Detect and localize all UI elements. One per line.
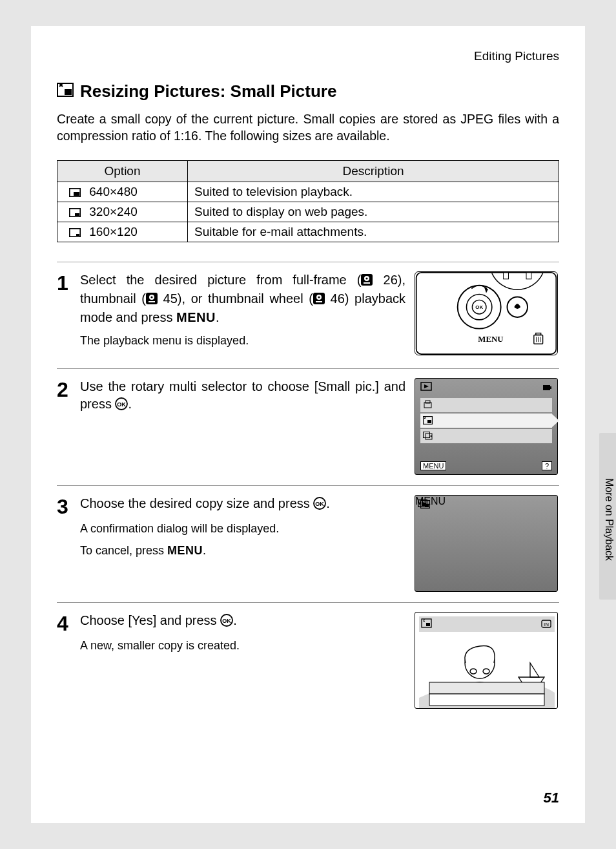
- step-4-figure: IN: [415, 612, 559, 709]
- small-picture-icon: [57, 81, 74, 101]
- small-pic-row-icon: [423, 415, 433, 427]
- svg-rect-15: [149, 301, 155, 302]
- size-160-row-icon: [418, 498, 427, 510]
- svg-rect-42: [427, 420, 431, 423]
- text: Choose [Yes] and press: [80, 613, 220, 627]
- divider: [57, 602, 559, 603]
- svg-rect-1: [65, 89, 72, 95]
- table-row: 320×240 Suited to display on web pages.: [57, 202, 559, 222]
- option-label: 320×240: [89, 205, 138, 218]
- table-header-description: Description: [188, 160, 559, 182]
- step-1: 1 Select the desired picture from full-f…: [57, 271, 559, 358]
- step-3-sub1: A confirmation dialog will be displayed.: [80, 521, 406, 536]
- step-4: 4 Choose [Yes] and press OK. A new, smal…: [57, 612, 559, 709]
- table-row: 160×120 Suitable for e-mail attachments.: [57, 222, 559, 242]
- step-2-text: Use the rotary multi selector to choose …: [80, 378, 406, 415]
- divider: [57, 262, 559, 262]
- text: ), or thumbnail wheel (: [178, 291, 313, 306]
- print-set-icon: [423, 400, 433, 412]
- text: Select the desired picture from full-fra…: [80, 273, 361, 287]
- step-1-text: Select the desired picture from full-fra…: [80, 271, 406, 326]
- option-label: 160×120: [89, 225, 138, 238]
- svg-rect-54: [424, 504, 426, 506]
- step-4-text: Choose [Yes] and press OK.: [80, 612, 406, 631]
- page-ref-icon: [361, 273, 373, 290]
- option-label: 640×480: [89, 185, 138, 198]
- page-ref-icon: [146, 291, 158, 309]
- battery-icon: [543, 382, 552, 393]
- size-160-icon: [69, 225, 86, 238]
- svg-rect-19: [316, 301, 322, 302]
- step-2-figure: MENU ?: [415, 378, 559, 475]
- svg-rect-5: [75, 213, 79, 216]
- step-number: 2: [57, 378, 80, 475]
- svg-rect-3: [74, 192, 79, 196]
- text: .: [326, 496, 330, 510]
- text: .: [233, 613, 237, 627]
- step-3-figure: MENU: [415, 495, 559, 592]
- svg-rect-43: [424, 432, 430, 437]
- options-table: Option Description 640×480 Suited to tel…: [57, 160, 559, 242]
- menu-button-label: MENU: [176, 310, 216, 324]
- svg-rect-37: [543, 385, 550, 390]
- ok-button-icon: OK: [115, 397, 128, 415]
- side-tab-label: More on Playback: [603, 478, 615, 561]
- svg-point-18: [318, 296, 320, 298]
- step-3-sub2: To cancel, press MENU.: [80, 543, 406, 558]
- svg-point-14: [150, 296, 152, 298]
- svg-text:IN: IN: [544, 622, 549, 627]
- page-ref-icon: [313, 291, 325, 309]
- camera-back-illustration: OK MENU: [415, 271, 558, 355]
- text: To cancel, press: [80, 544, 167, 557]
- menu-footer-label: MENU: [415, 496, 557, 507]
- divider: [57, 485, 559, 486]
- step-3: 3 Choose the desired copy size and press…: [57, 495, 559, 592]
- ok-button-icon: OK: [313, 497, 326, 514]
- help-icon: ?: [542, 461, 552, 470]
- playback-icon: [420, 382, 432, 391]
- divider: [57, 368, 559, 369]
- breadcrumb: Editing Pictures: [57, 49, 559, 63]
- lcd-size-menu: MENU: [415, 495, 558, 592]
- svg-rect-64: [429, 682, 544, 694]
- copy-row-icon: [423, 431, 433, 443]
- lcd-playback-menu: MENU ?: [415, 378, 558, 475]
- menu-button-label: MENU: [167, 544, 203, 557]
- page-ref: 46: [331, 291, 345, 306]
- option-desc: Suited to television playback.: [188, 182, 559, 202]
- manual-page: Editing Pictures Resizing Pictures: Smal…: [31, 26, 585, 823]
- option-desc: Suited to display on web pages.: [188, 202, 559, 222]
- text: .: [203, 544, 206, 557]
- step-1-sub: The playback menu is displayed.: [80, 333, 406, 348]
- step-number: 4: [57, 612, 80, 709]
- svg-rect-7: [76, 234, 79, 236]
- size-320-icon: [69, 205, 86, 218]
- svg-rect-11: [364, 282, 370, 284]
- svg-text:OK: OK: [316, 500, 325, 507]
- svg-text:OK: OK: [222, 617, 231, 624]
- page-number: 51: [544, 790, 559, 806]
- svg-rect-21: [504, 273, 509, 279]
- option-desc: Suitable for e-mail attachments.: [188, 222, 559, 242]
- step-number: 1: [57, 271, 80, 358]
- svg-rect-22: [526, 273, 531, 279]
- svg-rect-57: [419, 616, 555, 632]
- step-1-figure: OK MENU: [415, 271, 559, 358]
- text: .: [216, 310, 220, 324]
- size-640-icon: [69, 185, 86, 198]
- step-2: 2 Use the rotary multi selector to choos…: [57, 378, 559, 475]
- page-title: Resizing Pictures: Small Picture: [57, 81, 559, 101]
- svg-rect-65: [429, 694, 544, 706]
- page-ref: 26: [384, 273, 398, 287]
- page-ref: 45: [163, 291, 178, 306]
- table-row: 640×480 Suited to television playback.: [57, 182, 559, 202]
- title-text: Resizing Pictures: Small Picture: [80, 81, 336, 101]
- step-number: 3: [57, 495, 80, 592]
- text: Choose the desired copy size and press: [80, 496, 313, 510]
- svg-point-10: [366, 277, 368, 279]
- lcd-confirmation: IN: [415, 612, 558, 709]
- svg-rect-59: [426, 623, 430, 626]
- step-3-text: Choose the desired copy size and press O…: [80, 495, 406, 514]
- intro-paragraph: Create a small copy of the current pictu…: [57, 110, 559, 145]
- menu-footer-label: MENU: [420, 461, 446, 470]
